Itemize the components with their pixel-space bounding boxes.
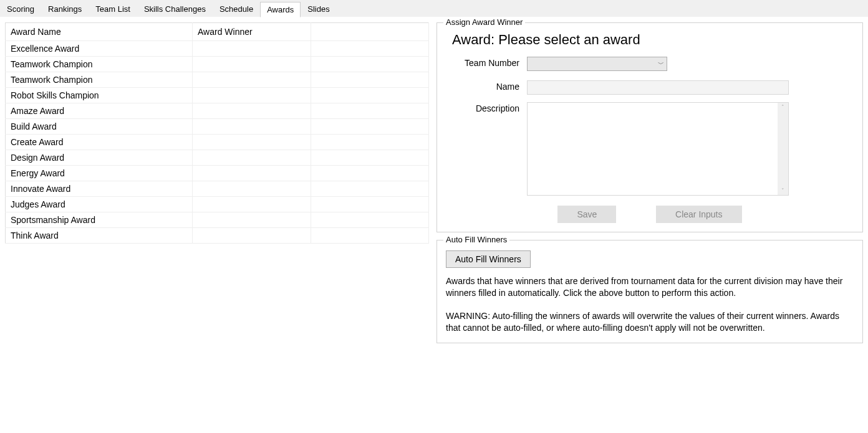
award-name-cell: Teamwork Champion	[6, 57, 193, 72]
award-winner-cell	[193, 135, 311, 150]
chevron-down-icon: ﹀	[658, 60, 664, 69]
award-heading: Award: Please select an award	[452, 32, 854, 48]
award-winner-cell	[193, 150, 311, 166]
tab-slides[interactable]: Slides	[301, 1, 336, 17]
award-name-cell: Teamwork Champion	[6, 72, 193, 88]
awards-table[interactable]: Award Name Award Winner Excellence Award…	[5, 22, 429, 244]
save-button[interactable]: Save	[557, 206, 616, 223]
award-extra-cell	[311, 88, 429, 103]
award-name-cell: Judges Award	[6, 197, 193, 212]
award-extra-cell	[311, 41, 429, 57]
tab-bar: ScoringRankingsTeam ListSkills Challenge…	[0, 0, 868, 17]
award-name-cell: Design Award	[6, 150, 193, 166]
award-name-cell: Excellence Award	[6, 41, 193, 57]
name-label: Name	[446, 80, 527, 92]
award-extra-cell	[311, 166, 429, 181]
tab-skills-challenges[interactable]: Skills Challenges	[137, 1, 213, 17]
tab-awards[interactable]: Awards	[260, 2, 301, 17]
award-name-cell: Think Award	[6, 228, 193, 244]
name-field[interactable]	[527, 80, 789, 95]
table-row[interactable]: Build Award	[6, 119, 429, 135]
table-row[interactable]: Amaze Award	[6, 103, 429, 119]
award-name-cell: Innovate Award	[6, 181, 193, 197]
col-extra[interactable]	[311, 23, 429, 41]
award-winner-cell	[193, 57, 311, 72]
table-row[interactable]: Create Award	[6, 135, 429, 150]
auto-fill-description: Awards that have winners that are derive…	[446, 275, 854, 299]
award-extra-cell	[311, 72, 429, 88]
table-row[interactable]: Teamwork Champion	[6, 57, 429, 72]
auto-fill-winners-button[interactable]: Auto Fill Winners	[446, 250, 531, 268]
team-number-label: Team Number	[446, 57, 527, 68]
award-winner-cell	[193, 88, 311, 103]
award-winner-cell	[193, 197, 311, 212]
award-extra-cell	[311, 119, 429, 135]
table-row[interactable]: Energy Award	[6, 166, 429, 181]
tab-team-list[interactable]: Team List	[89, 1, 137, 17]
awards-list-panel: Award Name Award Winner Excellence Award…	[5, 22, 429, 343]
award-winner-cell	[193, 103, 311, 119]
award-name-cell: Build Award	[6, 119, 193, 135]
award-extra-cell	[311, 150, 429, 166]
award-name-cell: Energy Award	[6, 166, 193, 181]
auto-fill-groupbox: Auto Fill Winners Auto Fill Winners Awar…	[436, 240, 863, 343]
scroll-down-icon: ˅	[780, 186, 786, 195]
award-extra-cell	[311, 212, 429, 228]
table-row[interactable]: Innovate Award	[6, 181, 429, 197]
award-winner-cell	[193, 228, 311, 244]
description-label: Description	[446, 102, 527, 113]
award-extra-cell	[311, 57, 429, 72]
award-extra-cell	[311, 103, 429, 119]
table-row[interactable]: Robot Skills Champion	[6, 88, 429, 103]
team-number-combo[interactable]: ﹀	[527, 57, 667, 71]
auto-fill-title: Auto Fill Winners	[443, 235, 509, 244]
col-award-name[interactable]: Award Name	[6, 23, 193, 41]
col-award-winner[interactable]: Award Winner	[193, 23, 311, 41]
table-row[interactable]: Excellence Award	[6, 41, 429, 57]
table-row[interactable]: Judges Award	[6, 197, 429, 212]
assign-award-groupbox: Assign Award Winner Award: Please select…	[436, 22, 863, 232]
table-row[interactable]: Sportsmanship Award	[6, 212, 429, 228]
scroll-up-icon: ˄	[780, 103, 786, 112]
award-name-cell: Robot Skills Champion	[6, 88, 193, 103]
award-extra-cell	[311, 181, 429, 197]
award-name-cell: Sportsmanship Award	[6, 212, 193, 228]
tab-rankings[interactable]: Rankings	[41, 1, 89, 17]
award-name-cell: Create Award	[6, 135, 193, 150]
award-winner-cell	[193, 212, 311, 228]
award-winner-cell	[193, 72, 311, 88]
award-winner-cell	[193, 166, 311, 181]
award-extra-cell	[311, 135, 429, 150]
tab-schedule[interactable]: Schedule	[213, 1, 260, 17]
award-winner-cell	[193, 119, 311, 135]
table-row[interactable]: Design Award	[6, 150, 429, 166]
description-field[interactable]: ˄ ˅	[527, 102, 789, 196]
table-row[interactable]: Teamwork Champion	[6, 72, 429, 88]
table-row[interactable]: Think Award	[6, 228, 429, 244]
award-name-cell: Amaze Award	[6, 103, 193, 119]
award-extra-cell	[311, 228, 429, 244]
scrollbar[interactable]: ˄ ˅	[778, 103, 788, 195]
auto-fill-warning: WARNING: Auto-filling the winners of awa…	[446, 310, 854, 334]
clear-inputs-button[interactable]: Clear Inputs	[656, 206, 741, 223]
tab-scoring[interactable]: Scoring	[0, 1, 41, 17]
award-winner-cell	[193, 41, 311, 57]
award-winner-cell	[193, 181, 311, 197]
assign-award-title: Assign Award Winner	[443, 17, 525, 27]
award-extra-cell	[311, 197, 429, 212]
